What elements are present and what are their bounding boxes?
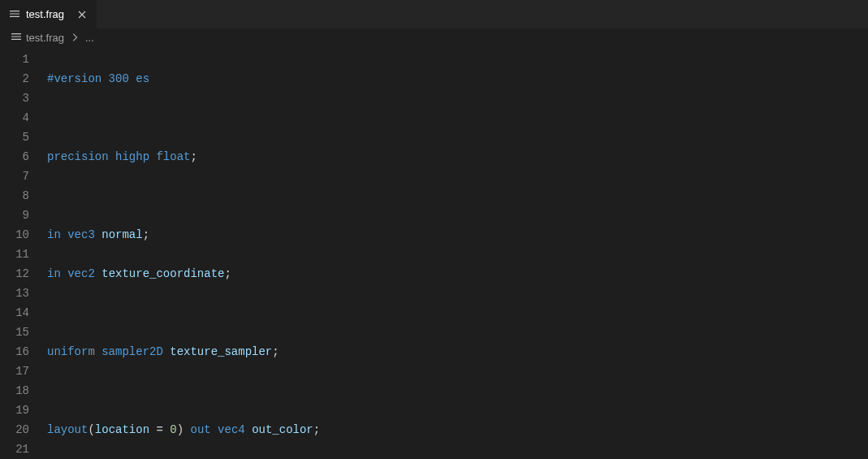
line-number: 1 [0,50,29,69]
line-number: 11 [0,245,29,264]
tab-test-frag[interactable]: test.frag [0,0,97,28]
line-number: 8 [0,186,29,206]
line-number: 14 [0,303,29,323]
code-token: ; [224,267,231,280]
line-number: 21 [0,440,29,459]
code-token: out_color [252,423,313,436]
line-number: 12 [0,264,29,284]
line-number: 6 [0,147,29,167]
close-icon[interactable] [76,8,89,21]
code-token: ( [88,423,94,436]
code-token: texture_coordinate [101,267,224,280]
line-number: 2 [0,69,29,89]
line-number: 19 [0,401,29,420]
code-token: layout [47,423,88,436]
line-number: 16 [0,342,29,362]
line-number: 9 [0,206,29,225]
line-number-gutter: 123456789101112131415161718192021 [0,46,47,459]
file-icon [8,8,21,21]
code-token: sampler2D [101,345,163,358]
tab-bar: test.frag [0,0,868,28]
line-number: 15 [0,323,29,342]
line-number: 13 [0,284,29,303]
code-token: ; [313,423,320,436]
code-token: #version [47,72,101,85]
line-number: 10 [0,225,29,245]
code-token: ; [272,345,279,358]
code-area[interactable]: #version 300 es precision highp float; i… [47,46,552,459]
code-token: normal [101,228,142,241]
code-token: uniform [47,345,95,358]
line-number: 4 [0,108,29,128]
code-token: precision [47,150,109,163]
editor[interactable]: 123456789101112131415161718192021 #versi… [0,46,868,459]
line-number: 20 [0,420,29,440]
code-token: ; [143,228,149,241]
code-token: 300 es [101,72,149,85]
code-token: vec2 [67,267,95,280]
code-token: ) [177,423,184,436]
code-token: 0 [170,423,176,436]
line-number: 5 [0,128,29,147]
code-token: ; [190,150,196,163]
chevron-right-icon [67,32,82,43]
line-number: 18 [0,381,29,401]
line-number: 7 [0,167,29,186]
line-number: 3 [0,89,29,108]
code-token: in [47,228,61,241]
breadcrumb[interactable]: test.frag ... [0,28,868,46]
line-number: 17 [0,362,29,381]
breadcrumb-more: ... [85,32,94,44]
tab-label: test.frag [26,8,64,20]
code-token: location [95,423,149,436]
code-token: texture_sampler [170,345,272,358]
code-token: in [47,267,61,280]
code-token: vec3 [67,228,95,241]
code-token: out [190,423,210,436]
minimap[interactable] [823,46,868,459]
code-token: highp [115,150,149,163]
code-token: = [149,423,170,436]
file-icon [10,31,23,44]
code-token: float [156,150,190,163]
code-token: vec4 [218,423,245,436]
breadcrumb-file: test.frag [26,32,64,44]
